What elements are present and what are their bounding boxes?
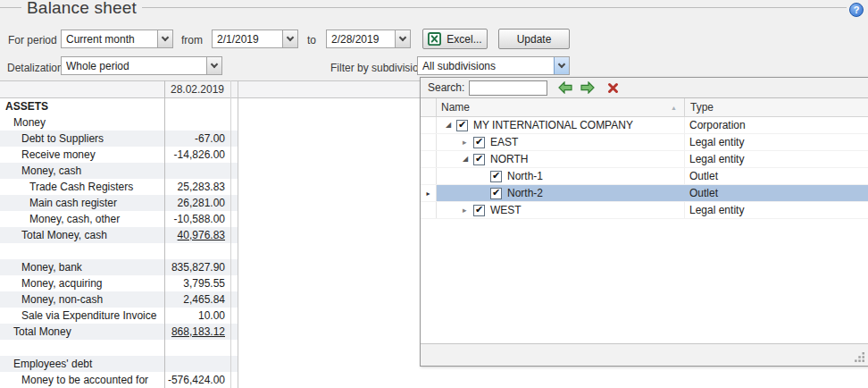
balance-row[interactable]: Money, cash [0, 163, 238, 179]
row-label: Money, bank [0, 261, 164, 274]
balance-row[interactable]: Money, non-cash2,465.84 [0, 291, 238, 308]
balance-row[interactable]: Total Money868,183.12 [0, 324, 238, 340]
tree-row-type: Outlet [685, 168, 868, 184]
dropdown-button[interactable] [554, 57, 569, 74]
checkbox[interactable]: ✔ [473, 154, 485, 165]
balance-table-header: 28.02.2019 [0, 80, 420, 98]
collapse-icon[interactable]: ◢ [446, 122, 456, 129]
to-date-select[interactable]: 2/28/2019 [326, 30, 411, 48]
row-value: 25,283.83 [164, 181, 230, 193]
checkbox[interactable]: ✔ [473, 205, 485, 216]
row-indicator-icon: ▸ [426, 190, 430, 198]
dropdown-button[interactable] [157, 30, 172, 47]
row-selector [421, 134, 437, 150]
dropdown-button[interactable] [282, 30, 297, 47]
column-header-type[interactable]: Type [686, 98, 868, 116]
balance-row[interactable] [0, 243, 238, 259]
search-forward-button[interactable] [580, 81, 595, 94]
period-preset-select[interactable]: Current month [61, 30, 173, 48]
row-value: 26,281.00 [164, 197, 230, 209]
balance-row[interactable]: Debt to Suppliers-67.00 [0, 131, 238, 147]
resize-grip[interactable] [854, 351, 865, 363]
checkbox[interactable]: ✔ [456, 120, 468, 131]
checkbox[interactable]: ✔ [490, 171, 502, 182]
tree-row[interactable]: ◢✔MY INTERNATIONAL COMPANYCorporation [421, 117, 868, 134]
balance-row[interactable]: Money, bank835,827.90 [0, 259, 238, 275]
update-button[interactable]: Update [498, 29, 570, 49]
excel-button[interactable]: Excel... [422, 29, 488, 49]
dropdown-button[interactable] [395, 30, 410, 47]
tree-row[interactable]: ▸✔North-2Outlet [421, 185, 868, 202]
expand-icon[interactable]: ▸ [463, 139, 473, 147]
balance-table-body: ASSETSMoneyDebt to Suppliers-67.00Receiv… [0, 98, 238, 388]
tree-row[interactable]: ✔North-1Outlet [421, 168, 868, 185]
search-input[interactable] [469, 80, 547, 96]
check-icon: ✔ [492, 171, 500, 181]
row-value: 868,183.12 [164, 325, 230, 338]
checkbox[interactable]: ✔ [490, 188, 502, 199]
tree-header: Name ▲ Type [421, 98, 868, 117]
red-x-icon [607, 82, 619, 94]
date-column-header: 28.02.2019 [164, 83, 230, 96]
column-header-name[interactable]: Name ▲ [437, 98, 685, 116]
tree-row-label: MY INTERNATIONAL COMPANY [473, 119, 633, 131]
balance-row[interactable]: Total Money, cash40,976.83 [0, 227, 238, 243]
collapse-icon[interactable]: ◢ [463, 156, 473, 163]
checkbox[interactable]: ✔ [473, 137, 485, 148]
row-label: Total Money, cash [0, 229, 164, 241]
column-divider [164, 80, 165, 388]
subdivision-popup: Search: Name ▲ Type ◢✔MY INTERNATIONAL C [420, 77, 868, 367]
check-icon: ✔ [492, 188, 500, 198]
subdivision-filter-select[interactable]: All subdivisions [417, 56, 570, 75]
chevron-down-icon [287, 34, 294, 41]
toolbar: Balance sheet ? For period Current month… [0, 0, 868, 80]
tree-row[interactable]: ▸✔WESTLegal entity [421, 202, 868, 219]
balance-row[interactable]: ASSETS [0, 98, 238, 114]
detalization-value: Whole period [66, 60, 206, 72]
balance-row[interactable]: Trade Cash Registers25,283.83 [0, 179, 238, 195]
row-value: -67.00 [164, 132, 230, 145]
column-divider [230, 80, 231, 388]
tree-row[interactable]: ◢✔NORTHLegal entity [421, 151, 868, 168]
popup-footer [421, 343, 868, 366]
update-button-label: Update [517, 33, 552, 46]
check-icon: ✔ [458, 120, 466, 130]
balance-row[interactable] [0, 340, 238, 356]
balance-row[interactable]: Money to be accounted for-576,424.00 [0, 372, 238, 388]
chevron-down-icon [558, 61, 565, 68]
search-back-button[interactable] [558, 81, 572, 94]
from-label: from [181, 34, 203, 46]
chevron-down-icon [399, 34, 406, 41]
row-selector [421, 202, 437, 218]
detalization-select[interactable]: Whole period [61, 56, 222, 75]
period-preset-value: Current month [66, 33, 157, 46]
row-label: Money, cash, other [0, 213, 164, 225]
tree-row[interactable]: ▸✔EASTLegal entity [421, 134, 868, 151]
balance-row[interactable]: Money, cash, other-10,588.00 [0, 211, 238, 227]
help-icon[interactable]: ? [849, 3, 864, 17]
from-date-select[interactable]: 2/1/2019 [212, 30, 298, 48]
row-value: 40,976.83 [164, 229, 230, 241]
balance-row[interactable]: Employees' debt [0, 356, 238, 372]
to-date-value: 2/28/2019 [331, 33, 395, 46]
balance-row[interactable]: Sale via Expenditure Invoice10.00 [0, 308, 238, 324]
balance-row[interactable]: Money, acquiring3,795.55 [0, 275, 238, 291]
expand-icon[interactable]: ▸ [463, 207, 473, 215]
detalization-label: Detalization [7, 62, 63, 74]
to-label: to [307, 34, 316, 46]
chevron-down-icon [162, 34, 169, 41]
row-selector [421, 117, 437, 133]
check-icon: ✔ [475, 205, 483, 215]
balance-row[interactable]: Money [0, 114, 238, 131]
row-label: Money, cash [0, 164, 164, 177]
dropdown-button[interactable] [206, 57, 221, 74]
balance-row[interactable]: Receive money-14,826.00 [0, 147, 238, 163]
left-arrow-icon [558, 81, 572, 94]
row-label: Main cash register [0, 197, 164, 209]
row-selector [421, 168, 437, 184]
row-value: 10.00 [164, 309, 230, 322]
balance-row[interactable]: Main cash register26,281.00 [0, 195, 238, 211]
row-label: Total Money [0, 325, 164, 338]
search-clear-button[interactable] [607, 82, 619, 94]
for-period-label: For period [8, 34, 57, 46]
